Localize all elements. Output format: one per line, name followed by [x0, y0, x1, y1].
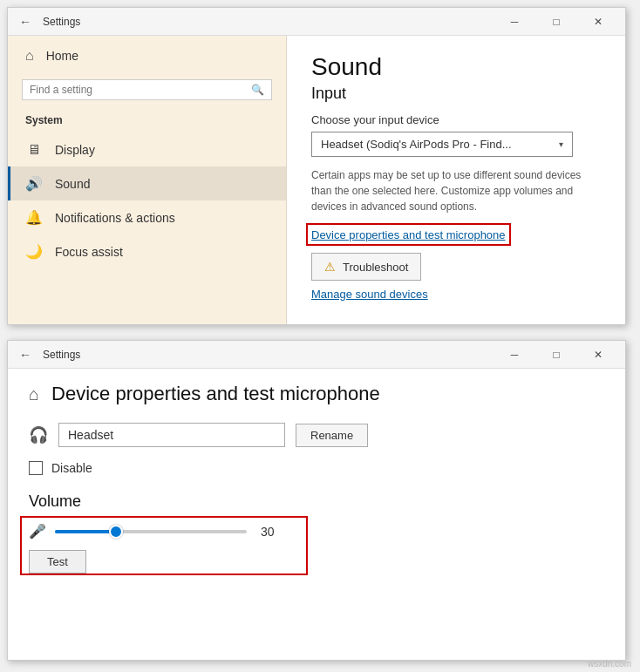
microphone-volume-icon: 🎤: [29, 523, 46, 540]
device-properties-link[interactable]: Device properties and test microphone: [311, 228, 506, 241]
bottom-settings-window: ← Settings ─ □ ✕ ⌂ Device properties and…: [7, 340, 626, 661]
sidebar-display-label: Display: [55, 143, 95, 157]
bottom-back-button[interactable]: ←: [15, 344, 36, 365]
input-device-dropdown[interactable]: Headset (Sodiq's AirPods Pro - Find... ▾: [311, 132, 573, 157]
maximize-button[interactable]: □: [536, 8, 576, 36]
top-settings-window: ← Settings ─ □ ✕ ⌂ Home 🔍 System 🖥 Displ…: [7, 7, 626, 325]
search-icon: 🔍: [251, 84, 264, 96]
volume-section-title: Volume: [29, 492, 604, 511]
sidebar-sound-label: Sound: [55, 177, 90, 191]
sound-page-title: Sound: [311, 53, 601, 81]
display-icon: 🖥: [25, 142, 43, 158]
device-prop-header: ⌂ Device properties and test microphone: [29, 383, 604, 405]
search-input[interactable]: [30, 84, 246, 96]
sidebar-focus-label: Focus assist: [55, 245, 123, 259]
headset-name-row: 🎧 Rename: [29, 423, 604, 447]
sidebar-section-label: System: [8, 111, 286, 133]
volume-slider-fill: [55, 530, 112, 533]
minimize-button[interactable]: ─: [494, 8, 534, 36]
watermark: wsxdn.com: [588, 659, 631, 669]
choose-device-label: Choose your input device: [311, 113, 601, 126]
home-label: Home: [46, 49, 78, 63]
warning-icon: ⚠: [324, 260, 336, 274]
input-section-title: Input: [311, 85, 601, 103]
bottom-titlebar: ← Settings ─ □ ✕: [8, 341, 625, 369]
sidebar-item-sound[interactable]: 🔊 Sound: [8, 166, 286, 200]
sound-icon: 🔊: [25, 175, 43, 192]
dropdown-value: Headset (Sodiq's AirPods Pro - Find...: [321, 138, 512, 151]
device-properties-link-container: Device properties and test microphone: [311, 227, 506, 242]
troubleshoot-label: Troubleshoot: [343, 261, 408, 274]
notifications-icon: 🔔: [25, 209, 43, 226]
window-controls: ─ □ ✕: [494, 8, 618, 36]
bottom-maximize-button[interactable]: □: [536, 341, 576, 369]
bottom-window-body: ⌂ Device properties and test microphone …: [8, 369, 625, 660]
sidebar-item-focus-assist[interactable]: 🌙 Focus assist: [8, 234, 286, 268]
sidebar-home-item[interactable]: ⌂ Home: [8, 36, 286, 76]
top-window-body: ⌂ Home 🔍 System 🖥 Display 🔊 Sound 🔔 Noti…: [8, 36, 625, 324]
volume-container: 🎤 30 Test: [29, 523, 275, 574]
chevron-down-icon: ▾: [559, 139, 563, 149]
manage-sound-devices-link[interactable]: Manage sound devices: [311, 288, 601, 301]
top-window-title: Settings: [43, 16, 494, 28]
sidebar: ⌂ Home 🔍 System 🖥 Display 🔊 Sound 🔔 Noti…: [8, 36, 287, 324]
volume-slider-track[interactable]: [55, 530, 247, 533]
volume-row: 🎤 30: [29, 523, 275, 540]
disable-row: Disable: [29, 461, 604, 475]
home-icon: ⌂: [25, 48, 34, 64]
bottom-close-button[interactable]: ✕: [578, 341, 618, 369]
volume-value: 30: [261, 525, 275, 539]
rename-button[interactable]: Rename: [296, 424, 368, 447]
top-titlebar: ← Settings ─ □ ✕: [8, 8, 625, 36]
test-button[interactable]: Test: [29, 550, 86, 574]
volume-slider-thumb[interactable]: [109, 525, 123, 539]
headset-name-input[interactable]: [58, 423, 285, 447]
focus-icon: 🌙: [25, 243, 43, 260]
disable-label: Disable: [51, 461, 92, 475]
back-button[interactable]: ←: [15, 11, 36, 32]
sidebar-item-display[interactable]: 🖥 Display: [8, 133, 286, 166]
disable-checkbox[interactable]: [29, 461, 43, 475]
bottom-window-controls: ─ □ ✕: [494, 341, 618, 369]
close-button[interactable]: ✕: [578, 8, 618, 36]
bottom-minimize-button[interactable]: ─: [494, 341, 534, 369]
bottom-window-title: Settings: [43, 349, 494, 361]
headset-icon: 🎧: [29, 425, 48, 445]
search-box[interactable]: 🔍: [22, 79, 272, 100]
device-prop-title: Device properties and test microphone: [51, 383, 380, 405]
home-icon-bottom: ⌂: [29, 384, 39, 404]
sidebar-notifications-label: Notifications & actions: [55, 211, 175, 225]
info-text: Certain apps may be set up to use differ…: [311, 167, 601, 214]
top-main-content: Sound Input Choose your input device Hea…: [287, 36, 625, 324]
troubleshoot-button[interactable]: ⚠ Troubleshoot: [311, 253, 421, 281]
sidebar-item-notifications[interactable]: 🔔 Notifications & actions: [8, 200, 286, 234]
